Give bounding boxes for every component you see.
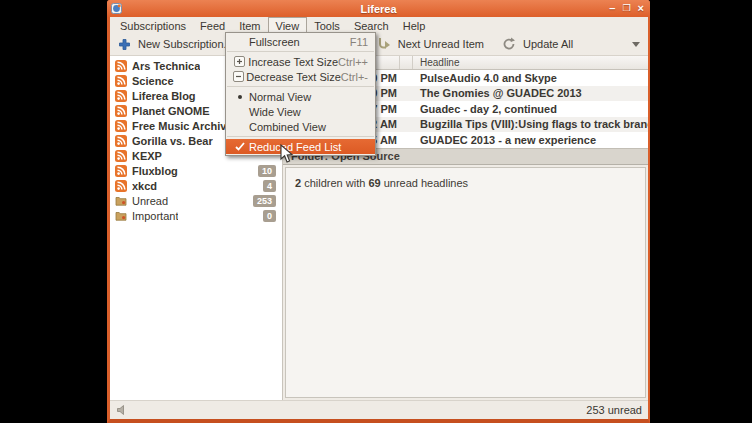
rss-icon bbox=[115, 105, 127, 117]
feed-label: Ars Technica bbox=[132, 60, 200, 72]
headline-title: Bugzilla Tips (VIII):Using flags to trac… bbox=[413, 118, 648, 130]
next-unread-button[interactable]: Next Unread Item bbox=[369, 34, 492, 55]
update-all-label: Update All bbox=[523, 38, 573, 50]
summary-text: unread headlines bbox=[381, 177, 468, 189]
headline-title: The Gnomies @ GUADEC 2013 bbox=[413, 87, 648, 99]
feed-label: Gorilla vs. Bear bbox=[132, 135, 213, 147]
rss-icon bbox=[115, 60, 127, 72]
feed-label: Free Music Archive bbox=[132, 120, 232, 132]
item-view-pane[interactable]: 2 children with 69 unread headlines bbox=[285, 167, 646, 399]
zoom-in-icon bbox=[230, 56, 248, 67]
menubar: Subscriptions Feed Item View Tools Searc… bbox=[110, 17, 648, 33]
zoom-out-icon bbox=[230, 71, 246, 82]
summary-text: children with bbox=[301, 177, 368, 189]
folder-icon bbox=[115, 210, 127, 222]
status-unread-count: 253 unread bbox=[586, 404, 642, 416]
update-all-button[interactable]: Update All bbox=[494, 34, 581, 55]
menu-feed[interactable]: Feed bbox=[193, 17, 232, 33]
folder-unread-count: 69 bbox=[368, 177, 380, 189]
menu-item-increase-text-size[interactable]: Increase Text Size Ctrl++ bbox=[226, 54, 375, 69]
menu-item-label: Combined View bbox=[249, 121, 326, 133]
menu-separator bbox=[226, 49, 375, 54]
menu-view[interactable]: View bbox=[268, 17, 308, 33]
menu-search[interactable]: Search bbox=[347, 17, 396, 33]
menu-item-label: Decrease Text Size bbox=[246, 71, 341, 83]
menu-item-combined-view[interactable]: Combined View bbox=[226, 119, 375, 134]
next-unread-label: Next Unread Item bbox=[398, 38, 484, 50]
new-subscription-label: New Subscription... bbox=[138, 38, 233, 50]
menu-item-label: Normal View bbox=[249, 91, 311, 103]
headline-title: PulseAudio 4.0 and Skype bbox=[413, 72, 648, 84]
rss-icon bbox=[115, 165, 127, 177]
minimize-button[interactable]: – bbox=[609, 1, 615, 16]
menu-item[interactable]: Item bbox=[232, 17, 267, 33]
menu-item-label: Fullscreen bbox=[249, 36, 300, 48]
feed-label: Fluxblog bbox=[132, 165, 178, 177]
menu-item-wide-view[interactable]: Wide View bbox=[226, 104, 375, 119]
checkmark-icon bbox=[230, 142, 249, 151]
unread-count-badge: 10 bbox=[258, 165, 276, 177]
headline-title: GUADEC 2013 - a new experience bbox=[413, 134, 648, 146]
desktop-background: Liferea – ❒ × Subscriptions Feed Item Vi… bbox=[0, 0, 752, 423]
rss-icon bbox=[115, 135, 127, 147]
rss-icon bbox=[115, 120, 127, 132]
menu-item-fullscreen[interactable]: Fullscreen F11 bbox=[226, 34, 375, 49]
headline-column-label: Headline bbox=[420, 57, 459, 68]
menu-tools[interactable]: Tools bbox=[307, 17, 347, 33]
feed-label: Unread bbox=[132, 195, 168, 207]
menu-item-shortcut: F11 bbox=[350, 36, 368, 48]
menu-item-shortcut: Ctrl+- bbox=[341, 71, 368, 83]
menu-item-label: Reduced Feed List bbox=[249, 141, 341, 153]
menu-item-reduced-feed-list[interactable]: Reduced Feed List bbox=[226, 139, 375, 154]
view-menu-popup: Fullscreen F11 Increase Text Size Ctrl++… bbox=[225, 32, 376, 156]
menu-separator bbox=[226, 84, 375, 89]
speaker-icon[interactable] bbox=[116, 404, 128, 416]
menu-help[interactable]: Help bbox=[396, 17, 433, 33]
feed-item-fluxblog[interactable]: Fluxblog 10 bbox=[110, 163, 282, 178]
refresh-icon bbox=[502, 37, 516, 51]
rss-icon bbox=[115, 180, 127, 192]
feed-label: xkcd bbox=[132, 180, 157, 192]
main-area: Ars Technica Science Liferea Blog Planet… bbox=[110, 56, 648, 400]
liferea-window: Liferea – ❒ × Subscriptions Feed Item Vi… bbox=[107, 0, 650, 423]
app-icon bbox=[111, 3, 122, 14]
menu-item-decrease-text-size[interactable]: Decrease Text Size Ctrl+- bbox=[226, 69, 375, 84]
icon-column-header[interactable] bbox=[400, 56, 413, 69]
menu-subscriptions[interactable]: Subscriptions bbox=[113, 17, 193, 33]
headline-title: Guadec - day 2, continued bbox=[413, 103, 648, 115]
new-subscription-button[interactable]: New Subscription... bbox=[110, 34, 241, 55]
rss-icon bbox=[115, 90, 127, 102]
menu-item-shortcut: Ctrl++ bbox=[338, 56, 368, 68]
toolbar: New Subscription... Next Unread Item Upd… bbox=[110, 33, 648, 56]
menu-item-normal-view[interactable]: Normal View bbox=[226, 89, 375, 104]
statusbar: 253 unread bbox=[110, 400, 648, 419]
unread-count-badge: 0 bbox=[263, 210, 276, 222]
toolbar-overflow-icon[interactable] bbox=[632, 42, 640, 47]
feed-label: KEXP bbox=[132, 150, 162, 162]
unread-count-badge: 4 bbox=[263, 180, 276, 192]
menu-separator bbox=[226, 134, 375, 139]
close-button[interactable]: × bbox=[638, 1, 644, 16]
window-controls: – ❒ × bbox=[609, 1, 644, 16]
feed-item-xkcd[interactable]: xkcd 4 bbox=[110, 178, 282, 193]
window-title: Liferea bbox=[107, 3, 650, 15]
menu-item-label: Wide View bbox=[249, 106, 301, 118]
feed-label: Planet GNOME bbox=[132, 105, 210, 117]
rss-icon bbox=[115, 75, 127, 87]
headline-column-header[interactable]: Headline bbox=[413, 56, 648, 69]
maximize-button[interactable]: ❒ bbox=[622, 1, 630, 16]
rss-icon bbox=[115, 150, 127, 162]
feed-item-unread[interactable]: Unread 253 bbox=[110, 193, 282, 208]
folder-icon bbox=[115, 195, 127, 207]
unread-count-badge: 253 bbox=[253, 195, 276, 207]
feed-item-important[interactable]: Important 0 bbox=[110, 208, 282, 223]
feed-label: Liferea Blog bbox=[132, 90, 196, 102]
menu-item-label: Increase Text Size bbox=[248, 56, 338, 68]
add-icon bbox=[118, 38, 131, 51]
mouse-cursor bbox=[280, 144, 294, 164]
radio-selected-icon bbox=[230, 95, 249, 99]
feed-label: Science bbox=[132, 75, 174, 87]
next-unread-icon bbox=[377, 37, 391, 51]
titlebar[interactable]: Liferea – ❒ × bbox=[107, 0, 650, 17]
feed-label: Important bbox=[132, 210, 178, 222]
